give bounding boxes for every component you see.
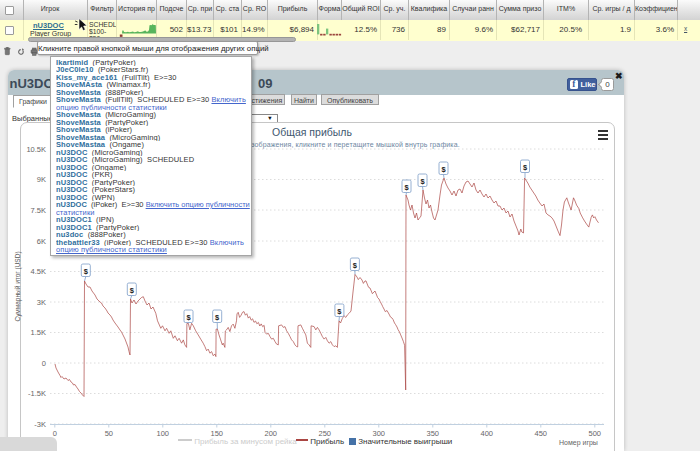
svg-text:9K: 9K bbox=[37, 175, 46, 184]
svg-text:4.5K: 4.5K bbox=[31, 267, 46, 276]
svg-text:450: 450 bbox=[535, 429, 548, 438]
svg-text:0: 0 bbox=[42, 359, 46, 368]
svg-text:-3K: -3K bbox=[34, 420, 46, 429]
svg-text:3K: 3K bbox=[37, 298, 46, 307]
svg-text:400: 400 bbox=[481, 429, 494, 438]
svg-text:1.5K: 1.5K bbox=[31, 328, 46, 337]
svg-text:-1.5K: -1.5K bbox=[28, 389, 46, 398]
svg-text:100: 100 bbox=[157, 429, 170, 438]
svg-text:10.5K: 10.5K bbox=[26, 145, 46, 154]
svg-text:500: 500 bbox=[589, 429, 602, 438]
svg-text:0: 0 bbox=[53, 429, 57, 438]
svg-text:6K: 6K bbox=[37, 237, 46, 246]
svg-text:50: 50 bbox=[105, 429, 113, 438]
svg-text:7.5K: 7.5K bbox=[31, 206, 46, 215]
